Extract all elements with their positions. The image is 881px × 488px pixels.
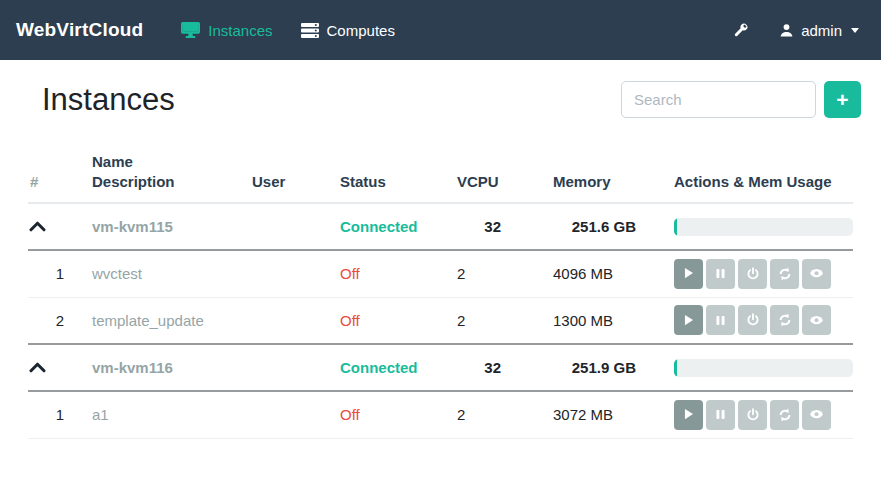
status-badge: Off: [340, 406, 360, 423]
guest-name-link[interactable]: wvctest: [92, 265, 142, 282]
guest-actions: [674, 305, 851, 335]
pause-button[interactable]: [706, 305, 735, 335]
power-button[interactable]: [738, 259, 767, 289]
guest-row: 1 a1 Off 2 3072 MB: [28, 391, 853, 438]
header-index: #: [28, 134, 90, 203]
guest-user: [250, 391, 338, 438]
header-vcpu: VCPU: [455, 134, 551, 203]
play-button[interactable]: [674, 259, 703, 289]
header-status: Status: [338, 134, 455, 203]
host-memory: 251.6 GB: [553, 218, 670, 235]
guest-actions: [674, 400, 851, 430]
host-name-link[interactable]: vm-kvm115: [92, 218, 173, 235]
nav-item-instances[interactable]: Instances: [181, 22, 272, 39]
mem-usage-progressbar: [674, 359, 853, 377]
status-badge: Off: [340, 312, 360, 329]
pause-button[interactable]: [706, 259, 735, 289]
host-row: vm-kvm116 Connected 32 251.9 GB: [28, 344, 853, 391]
guest-user: [250, 297, 338, 344]
guest-row: 2 template_update Off 2 1300 MB: [28, 297, 853, 344]
host-row: vm-kvm115 Connected 32 251.6 GB: [28, 203, 853, 250]
header-memory: Memory: [551, 134, 672, 203]
host-vcpu: 32: [457, 359, 549, 376]
user-menu[interactable]: admin: [779, 22, 859, 39]
guest-vcpu: 2: [455, 297, 551, 344]
wrench-icon[interactable]: [732, 22, 749, 39]
status-badge: Connected: [340, 359, 418, 376]
header-user: User: [250, 134, 338, 203]
add-instance-button[interactable]: +: [824, 81, 861, 118]
host-user: [250, 344, 338, 391]
host-name-link[interactable]: vm-kvm116: [92, 359, 173, 376]
guest-index: 1: [30, 265, 88, 282]
guest-vcpu: 2: [455, 250, 551, 297]
guest-memory: 3072 MB: [551, 391, 672, 438]
user-icon: [779, 23, 794, 38]
guest-row: 1 wvctest Off 2 4096 MB: [28, 250, 853, 297]
power-button[interactable]: [738, 400, 767, 430]
navbar: WebVirtCloud Instances Computes admin: [0, 0, 881, 60]
table-header-row: # Name Description User Status VCPU Memo…: [28, 134, 853, 203]
play-button[interactable]: [674, 305, 703, 335]
navbar-right: admin: [732, 22, 859, 39]
guest-user: [250, 250, 338, 297]
guest-name-link[interactable]: template_update: [92, 312, 204, 329]
brand[interactable]: WebVirtCloud: [16, 19, 143, 41]
host-memory: 251.9 GB: [553, 359, 670, 376]
mem-usage-fill: [674, 218, 677, 236]
guest-vcpu: 2: [455, 391, 551, 438]
guest-memory: 1300 MB: [551, 297, 672, 344]
nav-item-label: Instances: [208, 22, 272, 39]
status-badge: Connected: [340, 218, 418, 235]
power-button[interactable]: [738, 305, 767, 335]
reboot-button[interactable]: [770, 305, 799, 335]
nav-item-computes[interactable]: Computes: [301, 22, 395, 39]
play-button[interactable]: [674, 400, 703, 430]
chevron-down-icon: [851, 28, 859, 33]
guest-actions: [674, 259, 851, 289]
mem-usage-fill: [674, 359, 677, 377]
guest-memory: 4096 MB: [551, 250, 672, 297]
page-title: Instances: [42, 82, 175, 118]
instances-table: # Name Description User Status VCPU Memo…: [28, 134, 853, 439]
host-user: [250, 203, 338, 250]
reboot-button[interactable]: [770, 400, 799, 430]
pause-button[interactable]: [706, 400, 735, 430]
reboot-button[interactable]: [770, 259, 799, 289]
monitor-icon: [181, 22, 200, 38]
search-group: +: [621, 81, 861, 118]
nav-item-label: Computes: [327, 22, 395, 39]
page-head: Instances +: [0, 60, 881, 118]
header-name: Name Description: [90, 134, 250, 203]
guest-name-link[interactable]: a1: [92, 406, 109, 423]
host-vcpu: 32: [457, 218, 549, 235]
user-name: admin: [801, 22, 842, 39]
search-input[interactable]: [621, 81, 816, 118]
eye-button[interactable]: [802, 400, 831, 430]
guest-index: 2: [30, 312, 88, 329]
eye-button[interactable]: [802, 305, 831, 335]
chevron-up-icon[interactable]: [29, 362, 46, 373]
eye-button[interactable]: [802, 259, 831, 289]
guest-index: 1: [30, 406, 88, 423]
header-actions: Actions & Mem Usage: [672, 134, 853, 203]
chevron-up-icon[interactable]: [29, 221, 46, 232]
server-icon: [301, 23, 319, 38]
mem-usage-progressbar: [674, 218, 853, 236]
status-badge: Off: [340, 265, 360, 282]
